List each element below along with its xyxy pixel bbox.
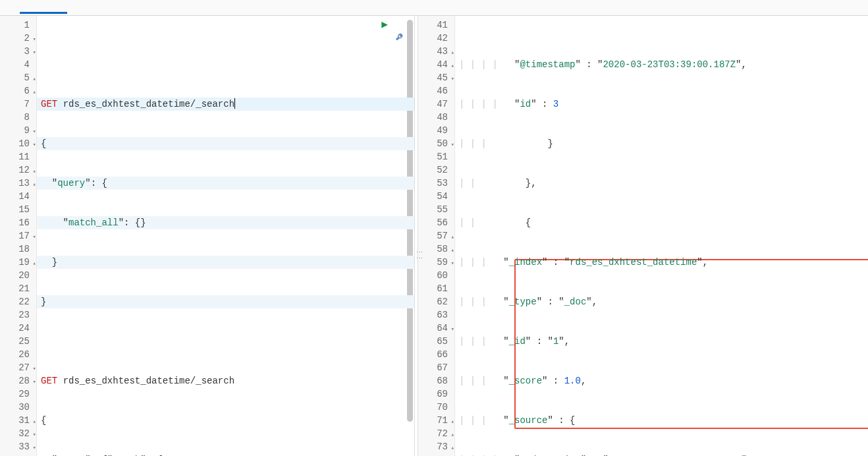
response-panel[interactable]: 414243▴44▴45▾4647484950▾51525354555657▴5…	[418, 16, 868, 456]
request-editor-code[interactable]: ▶ GET rds_es_dxhtest_datetime/_search { …	[37, 16, 414, 456]
left-line-gutter: 12▾3▾45▴6▴789▾10▾1112▴13▴14151617▾1819▴2…	[0, 16, 37, 456]
right-line-gutter: 414243▴44▴45▾4647484950▾51525354555657▴5…	[418, 16, 455, 456]
text-cursor	[234, 98, 235, 109]
top-tab-bar	[0, 0, 868, 16]
request-editor-panel[interactable]: 12▾3▾45▴6▴789▾10▾1112▴13▴14151617▾1819▴2…	[0, 16, 415, 456]
response-code[interactable]: | | | | "@timestamp" : "2020-03-23T03:39…	[455, 16, 868, 456]
wrench-icon[interactable]	[348, 18, 405, 59]
active-tab-indicator	[20, 12, 67, 14]
